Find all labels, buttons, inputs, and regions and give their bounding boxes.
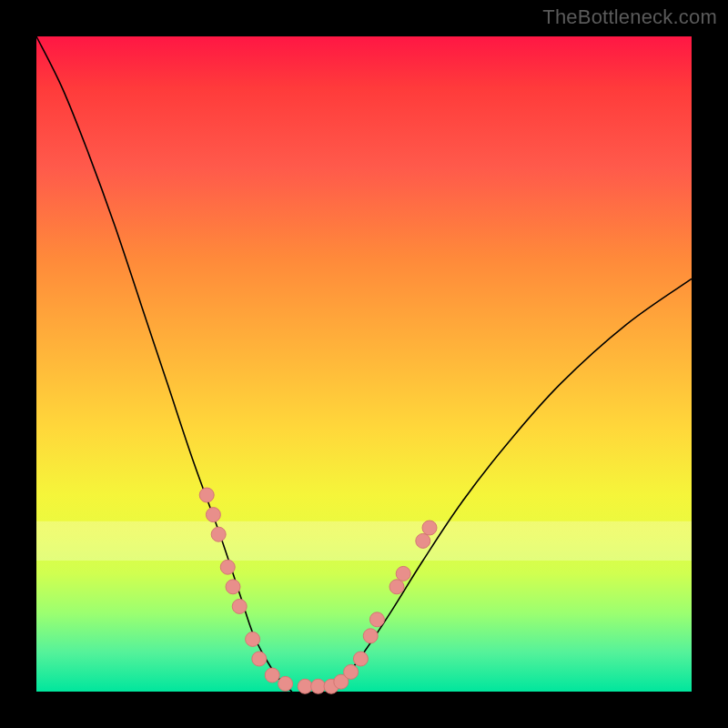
- curve-left: [36, 36, 292, 692]
- data-marker: [220, 560, 235, 574]
- watermark-text: TheBottleneck.com: [542, 5, 717, 29]
- data-marker: [363, 629, 378, 643]
- data-marker: [232, 599, 247, 613]
- data-marker: [265, 668, 279, 682]
- highlight-band: [36, 521, 692, 561]
- data-marker: [206, 508, 220, 522]
- plot-area: [36, 36, 692, 692]
- data-marker: [422, 521, 437, 535]
- data-marker: [353, 652, 368, 666]
- chart-frame: TheBottleneck.com: [0, 0, 728, 728]
- curve-right: [331, 278, 692, 692]
- data-marker: [389, 580, 404, 594]
- data-marker: [199, 488, 214, 502]
- data-marker: [344, 664, 359, 679]
- data-markers: [199, 488, 437, 693]
- data-marker: [278, 676, 293, 691]
- chart-svg: [36, 36, 692, 692]
- data-marker: [369, 612, 384, 627]
- data-marker: [311, 679, 326, 693]
- data-marker: [211, 527, 226, 541]
- data-marker: [416, 533, 430, 548]
- data-marker: [226, 580, 240, 594]
- data-marker: [246, 632, 260, 646]
- data-marker: [252, 652, 267, 666]
- data-marker: [298, 679, 312, 693]
- data-marker: [396, 566, 410, 581]
